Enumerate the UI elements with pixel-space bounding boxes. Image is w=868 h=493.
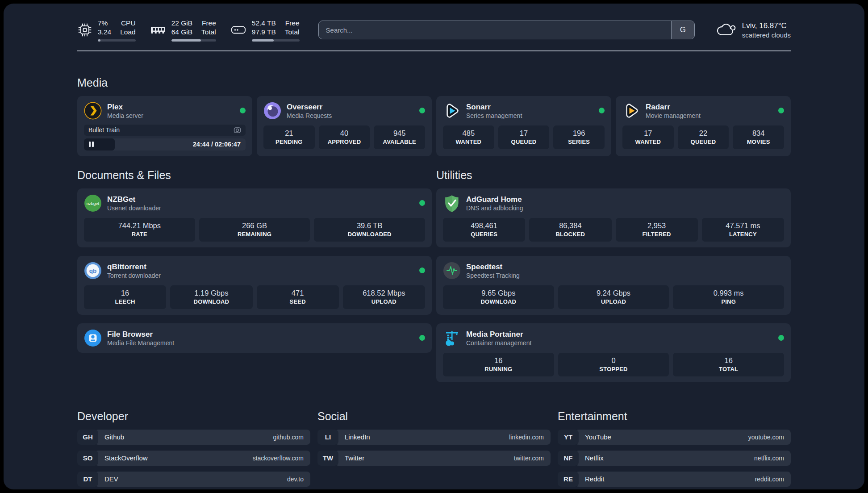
system-metrics: 7% 3.24 CPU Load (77, 19, 300, 42)
now-playing-title: Bullet Train (88, 126, 120, 134)
link-tag: TW (317, 451, 338, 466)
card-portainer[interactable]: Media Portainer Container management 16 … (436, 323, 791, 382)
cpu-icon (77, 22, 92, 38)
memory-progress-fill (171, 39, 201, 42)
link-name: StackOverflow (104, 454, 148, 462)
section-documents: Documents & Files nzbget (77, 169, 432, 353)
sonarr-icon (443, 102, 461, 120)
app-name: Overseerr (287, 102, 332, 112)
stat-upload: 9.24 Gbps UPLOAD (558, 285, 669, 309)
plex-icon (84, 102, 102, 120)
link-tag: NF (558, 451, 579, 466)
link-name: Netflix (585, 454, 604, 462)
section-title-media: Media (77, 76, 791, 89)
memory-free-value: 22 GiB (171, 19, 192, 28)
section-utilities: Utilities (436, 169, 791, 382)
disk-total-value: 97.9 TB (252, 28, 276, 37)
section-developer: Developer GH Github github.com SO StackO… (77, 410, 310, 487)
dashboard-page: 7% 3.24 CPU Load (4, 4, 864, 489)
card-overseerr[interactable]: Overseerr Media Requests 21 PENDING 40 A… (257, 96, 432, 156)
app-name: Plex (107, 102, 143, 112)
app-name: File Browser (107, 330, 174, 339)
header-divider (77, 50, 791, 51)
media-player-bar[interactable]: 24:44 / 02:06:47 (84, 138, 246, 150)
memory-free-label: Free (201, 19, 216, 28)
status-dot (778, 335, 784, 341)
app-subtitle: Media File Management (107, 339, 174, 347)
pause-icon[interactable] (89, 142, 94, 147)
link-twitter[interactable]: TW Twitter twitter.com (317, 451, 551, 466)
link-stackoverflow[interactable]: SO StackOverflow stackoverflow.com (77, 451, 310, 466)
link-dev[interactable]: DT DEV dev.to (77, 472, 310, 487)
stat-queued: 22 QUEUED (678, 125, 729, 149)
link-url: stackoverflow.com (253, 455, 304, 462)
filebrowser-icon (84, 329, 102, 347)
cpu-label: CPU (120, 19, 135, 28)
search-input[interactable] (319, 21, 671, 39)
stat-total: 16 TOTAL (673, 353, 784, 376)
card-speedtest[interactable]: Speedtest Speedtest Tracking 9.65 Gbps D… (436, 256, 791, 315)
card-qbittorrent[interactable]: qb qBittorrent Torrent downloader (77, 256, 432, 315)
status-dot (599, 108, 605, 113)
link-url: twitter.com (514, 455, 544, 462)
disk-icon (230, 24, 246, 36)
app-subtitle: Usenet downloader (107, 205, 161, 212)
memory-icon (150, 24, 166, 36)
stat-download: 1.19 Gbps DOWNLOAD (170, 285, 252, 309)
link-reddit[interactable]: RE Reddit reddit.com (558, 472, 791, 487)
card-nzbget[interactable]: nzbget NZBGet Usenet downloader 74 (77, 188, 432, 247)
stat-rate: 744.21 Mbps RATE (84, 218, 195, 242)
link-github[interactable]: GH Github github.com (77, 430, 310, 445)
metric-cpu: 7% 3.24 CPU Load (77, 19, 136, 42)
card-sonarr[interactable]: Sonarr Series management 485 WANTED 17 Q… (436, 96, 611, 156)
stat-stopped: 0 STOPPED (558, 353, 669, 376)
link-linkedin[interactable]: LI LinkedIn linkedin.com (317, 430, 551, 445)
weather-widget: Lviv, 16.87°C scattered clouds (715, 21, 791, 39)
card-radarr[interactable]: Radarr Movie management 17 WANTED 22 QUE… (616, 96, 791, 156)
disk-progress-fill (252, 39, 274, 42)
stat-leech: 16 LEECH (84, 285, 166, 309)
disk-free-label: Free (285, 19, 300, 28)
link-name: Reddit (585, 475, 604, 483)
link-tag: SO (77, 451, 98, 466)
app-subtitle: Movie management (646, 112, 701, 119)
overseerr-icon (263, 102, 281, 120)
status-dot (419, 108, 425, 113)
memory-total-label: Total (201, 28, 216, 37)
search-bar: G (318, 21, 695, 39)
search-engine-button[interactable]: G (671, 21, 694, 39)
qbittorrent-icon: qb (84, 262, 102, 280)
stat-remaining: 266 GB REMAINING (199, 218, 310, 242)
section-title-social: Social (317, 410, 551, 423)
header: 7% 3.24 CPU Load (4, 4, 864, 42)
stat-pending: 21 PENDING (263, 125, 315, 149)
stat-downloaded: 39.6 TB DOWNLOADED (314, 218, 425, 242)
camera-icon[interactable] (234, 127, 241, 134)
section-title-documents: Documents & Files (77, 169, 432, 182)
link-name: YouTube (585, 433, 611, 441)
cpu-progress-fill (98, 39, 100, 42)
app-subtitle: Speedtest Tracking (466, 272, 520, 279)
link-url: youtube.com (748, 434, 784, 441)
disk-total-label: Total (285, 28, 300, 37)
card-filebrowser[interactable]: File Browser Media File Management (77, 323, 432, 353)
app-subtitle: Series management (466, 112, 522, 119)
metric-disk: 52.4 TB 97.9 TB Free Total (230, 19, 300, 42)
link-name: DEV (104, 475, 118, 483)
stat-download: 9.65 Gbps DOWNLOAD (443, 285, 554, 309)
section-title-developer: Developer (77, 410, 310, 423)
stat-available: 945 AVAILABLE (374, 125, 425, 149)
link-name: LinkedIn (345, 433, 370, 441)
link-netflix[interactable]: NF Netflix netflix.com (558, 451, 791, 466)
stat-wanted: 17 WANTED (622, 125, 674, 149)
card-plex[interactable]: Plex Media server Bullet Train (77, 96, 252, 156)
app-name: AdGuard Home (466, 195, 523, 204)
app-subtitle: Container management (466, 339, 531, 347)
card-adguard[interactable]: AdGuard Home DNS and adblocking 498,461 … (436, 188, 791, 247)
app-name: qBittorrent (107, 262, 161, 272)
stat-queued: 17 QUEUED (498, 125, 550, 149)
svg-text:nzbget: nzbget (87, 201, 100, 205)
link-youtube[interactable]: YT YouTube youtube.com (558, 430, 791, 445)
stat-ping: 0.993 ms PING (673, 285, 784, 309)
stat-filtered: 2,953 FILTERED (616, 218, 698, 242)
